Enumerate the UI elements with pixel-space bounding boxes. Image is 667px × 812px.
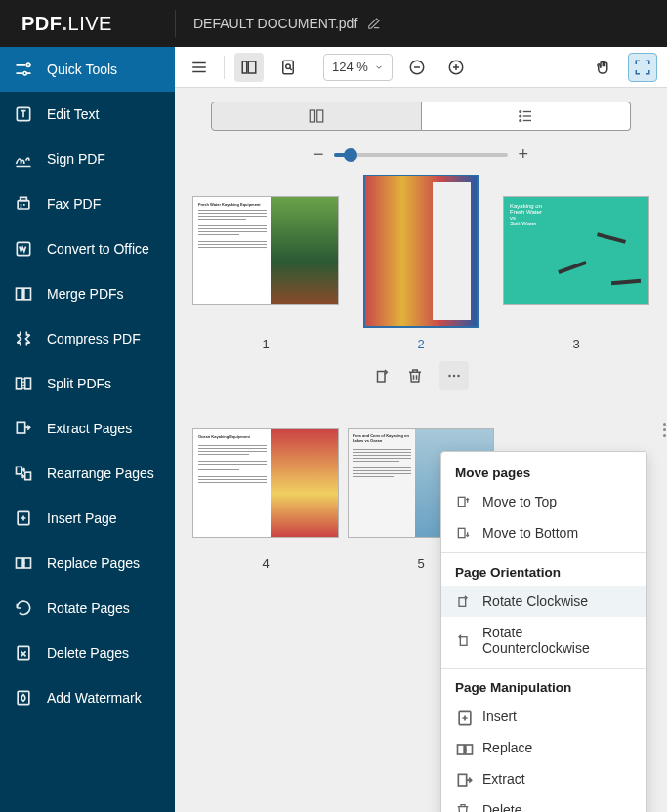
more-actions-button[interactable]: [439, 361, 469, 390]
toolbar-separator: [224, 56, 225, 79]
menu-item-move-to-top[interactable]: Move to Top: [441, 486, 646, 517]
extract-icon: [455, 771, 471, 787]
zoom-out-button[interactable]: [402, 53, 432, 82]
sidebar-item-label: Add Watermark: [47, 690, 142, 706]
zoom-in-button[interactable]: [441, 53, 471, 82]
slider-plus-icon[interactable]: +: [518, 144, 528, 165]
sidebar-item-rotate-pages[interactable]: Rotate Pages: [0, 586, 175, 630]
sidebar-item-merge-pdfs[interactable]: Merge PDFs: [0, 271, 175, 316]
edit-text-icon: [14, 104, 33, 124]
delete-page-button[interactable]: [406, 367, 424, 385]
svg-rect-9: [25, 378, 31, 389]
view-tab-outline[interactable]: [422, 102, 632, 131]
find-in-doc-button[interactable]: [273, 53, 303, 82]
svg-rect-24: [310, 110, 314, 122]
insert-icon: [455, 709, 471, 724]
menu-group-title: Page Orientation: [441, 557, 646, 586]
thumbnail-page-2[interactable]: 2: [348, 175, 494, 390]
sidebar-item-label: Compress PDF: [47, 331, 141, 346]
rotate-page-button[interactable]: [373, 367, 391, 385]
replace-icon: [14, 553, 33, 573]
panel-resize-handle[interactable]: [661, 418, 667, 441]
thumbnail-page-3[interactable]: Kayaking on Fresh Water vs Salt Water 3: [503, 175, 649, 390]
menu-group-title: Move pages: [441, 458, 646, 486]
thumbnail-number: 3: [572, 337, 579, 351]
menu-item-label: Insert: [482, 709, 517, 724]
sidebar-item-rearrange-pages[interactable]: Rearrange Pages: [0, 451, 175, 496]
view-tab-thumbnails[interactable]: [211, 102, 422, 131]
sidebar-item-label: Edit Text: [47, 106, 99, 122]
sidebar-item-delete-pages[interactable]: Delete Pages: [0, 630, 175, 675]
menu-item-label: Replace: [482, 740, 532, 755]
rotate-ccw-icon: [455, 632, 471, 648]
insert-icon: [14, 508, 33, 528]
sidebar-item-sign-pdf[interactable]: Sign PDF: [0, 137, 175, 182]
menu-item-delete[interactable]: Delete: [441, 794, 646, 812]
menu-item-rotate-clockwise[interactable]: Rotate Clockwise: [441, 586, 646, 617]
svg-rect-14: [17, 558, 23, 568]
thumbnail-image: [364, 175, 478, 327]
menu-separator: [441, 552, 646, 553]
sidebar-item-label: Insert Page: [47, 510, 117, 526]
svg-rect-8: [17, 378, 22, 389]
sidebar-item-label: Rotate Pages: [47, 600, 130, 616]
svg-rect-36: [460, 637, 467, 646]
merge-icon: [14, 284, 33, 304]
sidebar-item-label: Rearrange Pages: [47, 466, 154, 481]
slider-minus-icon[interactable]: −: [313, 144, 324, 165]
menu-item-insert[interactable]: Insert: [441, 701, 646, 732]
svg-rect-33: [458, 497, 465, 506]
svg-point-26: [520, 111, 521, 113]
slider-track[interactable]: [334, 153, 509, 157]
menu-item-extract[interactable]: Extract: [441, 763, 646, 794]
thumbnail-size-slider[interactable]: − +: [313, 144, 528, 165]
sidebar-item-extract-pages[interactable]: Extract Pages: [0, 406, 175, 451]
menu-item-move-to-bottom[interactable]: Move to Bottom: [441, 517, 646, 548]
brand-left: PDF: [21, 13, 63, 35]
svg-rect-38: [458, 745, 465, 754]
sidebar-item-add-watermark[interactable]: Add Watermark: [0, 675, 175, 720]
app-header: PDF.LIVE DEFAULT DOCUMENT.pdf: [0, 0, 667, 47]
extract-icon: [14, 419, 33, 438]
split-icon: [14, 374, 33, 393]
svg-rect-18: [242, 61, 247, 73]
svg-point-1: [23, 72, 26, 75]
svg-point-31: [453, 375, 455, 377]
sidebar-item-split-pdfs[interactable]: Split PDFs: [0, 361, 175, 406]
sidebar-item-convert-to-office[interactable]: Convert to Office: [0, 226, 175, 271]
brand-right: LIVE: [68, 13, 112, 35]
menu-item-label: Rotate Clockwise: [482, 593, 588, 609]
thumbnails-panel-button[interactable]: [234, 53, 264, 82]
menu-item-label: Move to Bottom: [482, 525, 578, 541]
document-name: DEFAULT DOCUMENT.pdf: [193, 16, 357, 31]
sidebar-item-edit-text[interactable]: Edit Text: [0, 92, 175, 137]
menu-item-rotate-counterclockwise[interactable]: Rotate Counterclockwise: [441, 617, 646, 664]
menu-item-replace[interactable]: Replace: [441, 732, 646, 763]
toolbar: 124 %: [175, 47, 667, 88]
thumbnail-page-4[interactable]: Ocean Kayaking Equipment: [192, 420, 339, 571]
fit-page-button[interactable]: [628, 53, 657, 82]
view-mode-tabs: [211, 102, 631, 131]
sidebar-item-fax-pdf[interactable]: Fax PDF: [0, 182, 175, 226]
slider-thumb[interactable]: [344, 148, 357, 162]
menu-item-label: Delete: [482, 802, 521, 812]
zoom-select[interactable]: 124 %: [323, 54, 393, 81]
sliders-icon: [14, 60, 33, 79]
sidebar-item-compress-pdf[interactable]: Compress PDF: [0, 316, 175, 361]
thumbnail-number: 4: [262, 556, 269, 571]
sidebar-item-replace-pages[interactable]: Replace Pages: [0, 541, 175, 586]
svg-rect-4: [21, 197, 27, 200]
hamburger-button[interactable]: [185, 53, 214, 82]
compress-icon: [14, 329, 33, 348]
sidebar-item-label: Quick Tools: [47, 61, 117, 77]
document-name-wrap[interactable]: DEFAULT DOCUMENT.pdf: [176, 16, 398, 31]
thumbnail-page-1[interactable]: Fresh Water Kayaking Equipment: [192, 175, 339, 390]
rename-icon[interactable]: [367, 17, 381, 30]
rotate-cw-icon: [455, 593, 471, 609]
sidebar-item-quick-tools[interactable]: Quick Tools: [0, 47, 175, 92]
sidebar-item-insert-page[interactable]: Insert Page: [0, 496, 175, 541]
move-top-icon: [455, 494, 471, 509]
word-icon: [14, 239, 33, 259]
sidebar: Quick ToolsEdit TextSign PDFFax PDFConve…: [0, 47, 175, 812]
pan-hand-button[interactable]: [589, 53, 618, 82]
